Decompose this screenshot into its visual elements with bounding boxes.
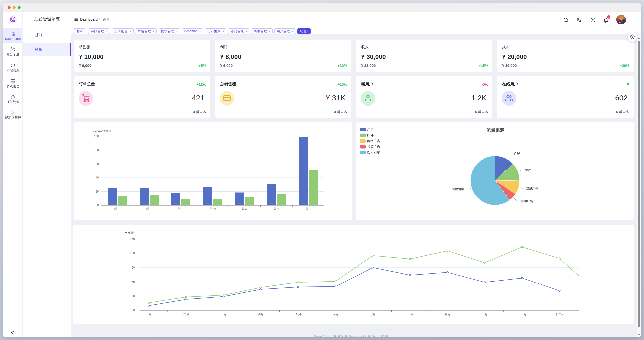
svg-text:3: 3 (608, 16, 610, 18)
